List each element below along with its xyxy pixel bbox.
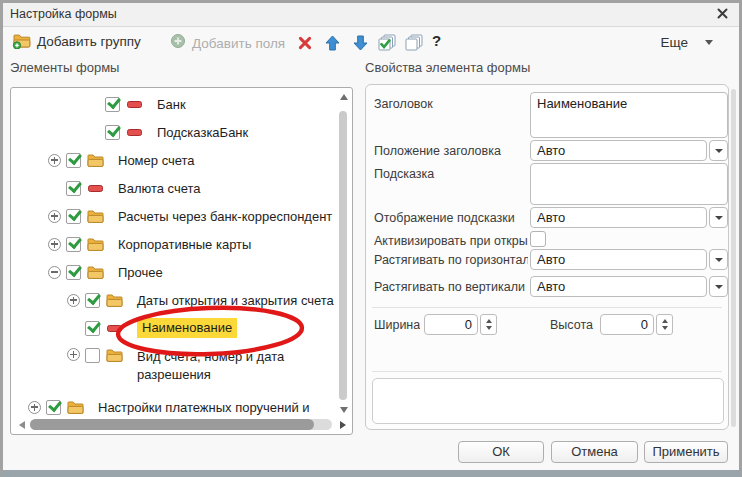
add-group-button[interactable]: Добавить группу [12,33,141,50]
tree-item-label[interactable]: Наименование [137,318,237,338]
empty-field[interactable] [372,378,724,424]
width-input[interactable]: 0 [424,314,478,335]
tree-item-label[interactable]: Валюта счета [118,181,201,196]
delete-button[interactable] [298,36,312,50]
stretch-horizontal-label: Растягивать по горизонтал [374,253,528,267]
title-label: Заголовок [374,97,528,111]
field-icon [126,97,143,112]
tree-item-label[interactable]: Расчеты через банк-корреспондент [118,209,332,224]
close-button[interactable] [714,5,730,23]
element-properties-panel: Заголовок Наименование Положение заголов… [365,84,729,430]
tree-item[interactable]: Корпоративные карты [11,230,337,258]
tree-horizontal-scrollbar[interactable] [17,419,332,430]
tree-item-label[interactable]: Банк [157,97,186,112]
tree-item[interactable]: Вид счета, номер и дата разрешения [11,342,337,394]
add-fields-label: Добавить поля [192,36,285,51]
help-label: ? [432,32,441,49]
checkbox[interactable] [66,265,81,280]
checkbox[interactable] [85,348,100,363]
collapse-icon[interactable] [48,266,61,279]
checkbox[interactable] [46,400,61,415]
add-group-icon [12,33,31,50]
tree-item[interactable]: Даты открытия и закрытия счета [11,286,337,314]
field-icon [87,181,104,196]
tree-item-label[interactable]: Вид счета, номер и дата разрешения [137,348,329,384]
checkbox[interactable] [85,321,100,336]
expand-icon[interactable] [48,154,61,167]
expand-icon[interactable] [48,238,61,251]
tree-item[interactable]: Номер счета [11,146,337,174]
tree-item[interactable]: ПодсказкаБанк [11,118,337,146]
scroll-up-icon[interactable] [340,94,348,100]
move-up-button[interactable] [325,35,340,51]
stretch-horizontal-select[interactable]: Авто [530,249,707,270]
tooltip-input[interactable] [530,163,728,205]
checkbox[interactable] [66,181,81,196]
width-stepper[interactable] [480,314,497,335]
scroll-left-icon[interactable] [19,421,25,429]
tooltip-display-label: Отображение подсказки [374,211,528,225]
more-button[interactable]: Еще [661,35,713,50]
ok-button[interactable]: ОК [458,441,544,463]
title-position-select[interactable]: Авто [530,140,707,161]
tree-vertical-scrollbar[interactable] [338,91,349,414]
add-fields-button[interactable]: Добавить поля [170,33,285,53]
toolbar: Добавить группу Добавить поля [3,27,739,60]
expand-icon[interactable] [67,348,80,361]
tree-item-label[interactable]: ПодсказкаБанк [157,125,248,140]
height-stepper[interactable] [656,314,673,335]
folder-icon [106,293,123,308]
arrow-down-icon [353,35,368,51]
title-input[interactable]: Наименование [530,92,728,138]
tree-item[interactable]: Прочее [11,258,337,286]
uncheck-all-button[interactable] [405,34,424,52]
checkbox[interactable] [66,237,81,252]
tree-item[interactable]: Банк [11,90,337,118]
folder-icon [87,265,104,280]
help-button[interactable]: ? [432,32,441,49]
folder-icon [106,348,123,363]
horizontal-scroll-thumb[interactable] [30,419,314,430]
tree-item[interactable]: Настройки платежных поручений и [11,394,337,417]
folder-icon [87,237,104,252]
move-down-button[interactable] [353,35,368,51]
checkbox[interactable] [66,209,81,224]
checkbox[interactable] [85,293,100,308]
title-position-dropdown-icon[interactable] [709,140,728,161]
properties-scrollbar[interactable] [731,89,736,427]
uncheck-all-icon [405,34,424,52]
element-properties-header: Свойства элемента формы [365,60,530,75]
tree-item-label[interactable]: Настройки платежных поручений и [98,400,310,415]
delete-icon [298,36,312,50]
tree-item-label[interactable]: Номер счета [118,153,195,168]
height-label: Высота [550,318,596,332]
stretch-vertical-select[interactable]: Авто [530,276,707,297]
checkbox[interactable] [66,153,81,168]
expand-icon[interactable] [28,401,41,414]
expand-icon[interactable] [48,210,61,223]
height-input[interactable]: 0 [600,314,654,335]
stretch-horizontal-dropdown-icon[interactable] [709,249,728,270]
tree-item[interactable]: Наименование [11,314,337,342]
apply-button[interactable]: Применить [644,441,728,463]
check-all-button[interactable] [378,34,397,52]
tree-item-label[interactable]: Даты открытия и закрытия счета [137,293,334,308]
cancel-button[interactable]: Отмена [551,441,638,463]
title-bar: Настройка формы [3,3,739,27]
close-icon [717,8,728,19]
scroll-down-icon[interactable] [340,407,348,413]
vertical-scroll-thumb[interactable] [339,111,347,400]
scroll-right-icon[interactable] [340,421,346,429]
tooltip-display-dropdown-icon[interactable] [709,207,728,228]
activate-on-open-checkbox[interactable] [530,231,546,247]
checkbox[interactable] [105,125,120,140]
checkbox[interactable] [105,97,120,112]
stretch-vertical-dropdown-icon[interactable] [709,276,728,297]
tooltip-display-select[interactable]: Авто [530,207,707,228]
tree-item-label[interactable]: Корпоративные карты [118,237,251,252]
tree-item-label[interactable]: Прочее [118,265,163,280]
tree-item[interactable]: Валюта счета [11,174,337,202]
tree-item[interactable]: Расчеты через банк-корреспондент [11,202,337,230]
expand-icon[interactable] [67,294,80,307]
horizontal-scroll-track[interactable] [30,419,332,430]
